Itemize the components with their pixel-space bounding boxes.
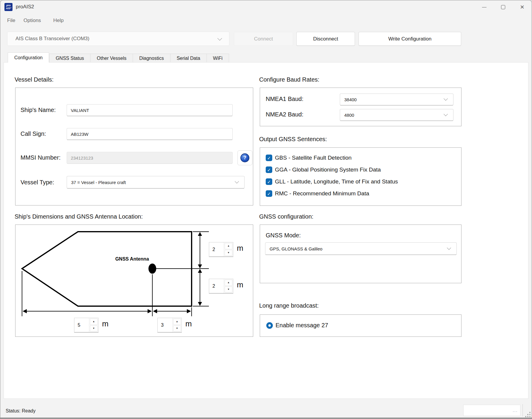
checkbox-checked-icon[interactable]: ✓ <box>266 166 272 173</box>
menu-bar: File Options Help <box>0 14 532 27</box>
mmsi-input: 234123123 <box>67 152 233 164</box>
device-select[interactable]: AIS Class B Transceiver (COM3) <box>7 32 229 46</box>
checkbox-row-gll[interactable]: ✓ GLL - Latitude, Longitude, Time of Fix… <box>266 178 398 185</box>
spin-up-icon[interactable]: ▲ <box>173 319 181 325</box>
spin-down-icon[interactable]: ▼ <box>225 250 232 256</box>
radio-selected-icon[interactable] <box>266 322 273 329</box>
checkbox-label-gga: GGA - Global Positioning System Fix Data <box>275 166 381 173</box>
ships-name-input[interactable]: VALIANT <box>67 104 233 116</box>
tab-diagnostics[interactable]: Diagnostics <box>133 54 170 63</box>
dim-bow-spin-buttons: ▲ ▼ <box>89 318 98 332</box>
dim-stern-spinner[interactable]: 3 ▲ ▼ <box>157 318 182 333</box>
tab-wifi[interactable]: WiFi <box>207 54 229 63</box>
spin-up-icon[interactable]: ▲ <box>90 319 98 325</box>
dim-top-value[interactable]: 2 <box>209 242 224 256</box>
mmsi-label: MMSI Number: <box>21 154 60 161</box>
spin-down-icon[interactable]: ▼ <box>225 286 232 293</box>
dim-stern-unit: m <box>185 319 192 328</box>
checkbox-label-gbs: GBS - Satellite Fault Detection <box>275 155 352 161</box>
resize-grip-icon[interactable] <box>524 411 531 417</box>
close-icon: ✕ <box>520 4 524 10</box>
dim-bow-value[interactable]: 5 <box>74 318 89 332</box>
tab-bar: Configuration GNSS Status Other Vessels … <box>8 52 229 63</box>
call-sign-label: Call Sign: <box>21 130 46 137</box>
dim-top-spinner[interactable]: 2 ▲ ▼ <box>209 242 233 257</box>
long-range-heading: Long range broadcast: <box>259 302 319 309</box>
tab-configuration[interactable]: Configuration <box>8 52 49 63</box>
dim-top-unit: m <box>237 244 243 253</box>
statusbar-divider <box>522 404 523 417</box>
nmea2-baud-select[interactable]: 4800 <box>340 109 453 121</box>
chevron-down-icon <box>444 112 448 116</box>
spin-up-icon[interactable]: ▲ <box>225 243 232 249</box>
maximize-button[interactable] <box>494 0 513 14</box>
call-sign-input[interactable]: AB123W <box>67 128 233 140</box>
gnss-config-heading: GNSS configuration: <box>259 213 313 220</box>
app-logo-icon: pro AIS² <box>4 3 12 11</box>
chevron-down-icon <box>447 246 451 250</box>
menu-file[interactable]: File <box>5 16 17 25</box>
checkbox-row-gga[interactable]: ✓ GGA - Global Positioning System Fix Da… <box>266 166 381 173</box>
dimensions-heading: Ship's Dimensions and GNSS Antenna Locat… <box>15 213 143 220</box>
gnss-antenna-dot <box>148 264 156 274</box>
tab-serial-data[interactable]: Serial Data <box>170 54 207 63</box>
enable-message-27-radio-row[interactable]: Enable message 27 <box>266 322 328 329</box>
spin-down-icon[interactable]: ▼ <box>90 325 98 332</box>
help-question-icon: ? <box>240 153 249 162</box>
nmea1-baud-label: NMEA1 Baud: <box>266 96 303 102</box>
title-bar: pro AIS² proAIS2 ✕ <box>0 0 532 14</box>
checkbox-checked-icon[interactable]: ✓ <box>266 178 272 185</box>
dim-bottom-spin-buttons: ▲ ▼ <box>224 279 233 293</box>
mmsi-help-button[interactable]: ? <box>237 150 252 165</box>
status-progress-box: ... <box>463 405 520 416</box>
status-text: Status: Ready <box>6 408 36 414</box>
dim-stern-spin-buttons: ▲ ▼ <box>172 318 181 332</box>
disconnect-button[interactable]: Disconnect <box>296 32 355 46</box>
status-more[interactable]: ... <box>513 408 518 413</box>
app-logo-text-bottom: AIS² <box>6 7 11 10</box>
write-configuration-button[interactable]: Write Configuration <box>359 32 461 46</box>
close-button[interactable]: ✕ <box>513 0 532 14</box>
device-select-value: AIS Class B Transceiver (COM3) <box>15 36 89 42</box>
spin-down-icon[interactable]: ▼ <box>173 325 181 332</box>
menu-help[interactable]: Help <box>51 16 65 25</box>
spin-up-icon[interactable]: ▲ <box>225 280 232 286</box>
vessel-type-value: 37 = Vessel - Pleasure craft <box>71 180 126 185</box>
gnss-mode-value: GPS, GLONASS & Galileo <box>270 246 323 251</box>
app-window: pro AIS² proAIS2 ✕ File Options Help AIS… <box>0 0 532 419</box>
checkbox-row-gbs[interactable]: ✓ GBS - Satellite Fault Detection <box>266 155 352 161</box>
output-sentences-heading: Output GNSS Sentences: <box>259 136 327 143</box>
gnss-mode-select[interactable]: GPS, GLONASS & Galileo <box>265 242 457 255</box>
ships-name-label: Ship's Name: <box>21 107 56 113</box>
checkbox-checked-icon[interactable]: ✓ <box>266 155 272 161</box>
dim-bow-unit: m <box>102 319 109 328</box>
dim-bottom-value[interactable]: 2 <box>209 279 224 293</box>
vessel-type-select[interactable]: 37 = Vessel - Pleasure craft <box>67 176 245 189</box>
minimize-icon <box>482 7 486 7</box>
chevron-down-icon <box>218 36 222 41</box>
tab-gnss-status[interactable]: GNSS Status <box>49 54 90 63</box>
checkbox-checked-icon[interactable]: ✓ <box>266 190 272 197</box>
menu-options[interactable]: Options <box>22 16 43 25</box>
dim-stern-value[interactable]: 3 <box>158 318 172 332</box>
dim-top-spin-buttons: ▲ ▼ <box>224 242 233 256</box>
gnss-antenna-label: GNSS Antenna <box>115 256 149 261</box>
chevron-down-icon <box>235 179 239 183</box>
dim-bottom-spinner[interactable]: 2 ▲ ▼ <box>209 279 233 294</box>
dim-bow-spinner[interactable]: 5 ▲ ▼ <box>74 318 98 333</box>
vessel-type-label: Vessel Type: <box>21 179 54 186</box>
checkbox-row-rmc[interactable]: ✓ RMC - Recommended Minimum Data <box>266 190 369 197</box>
window-title: proAIS2 <box>16 4 34 10</box>
dim-bottom-unit: m <box>237 280 243 289</box>
chevron-down-icon <box>444 96 448 101</box>
nmea2-baud-value: 4800 <box>344 113 354 118</box>
nmea2-baud-label: NMEA2 Baud: <box>266 111 303 118</box>
connect-button[interactable]: Connect <box>234 32 293 46</box>
vessel-details-heading: Vessel Details: <box>15 76 54 83</box>
nmea1-baud-select[interactable]: 38400 <box>340 94 453 105</box>
tab-other-vessels[interactable]: Other Vessels <box>90 54 133 63</box>
dimensions-group: GNSS Antenna <box>15 225 253 337</box>
enable-message-27-label: Enable message 27 <box>276 322 328 329</box>
minimize-button[interactable] <box>475 0 494 14</box>
gnss-mode-label: GNSS Mode: <box>266 232 301 239</box>
